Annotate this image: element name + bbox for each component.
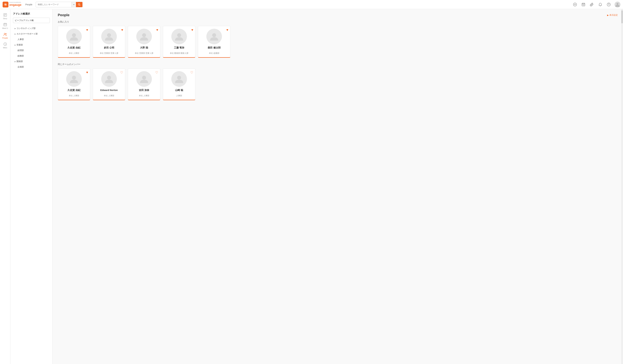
department-item[interactable]: 総務部 — [13, 53, 50, 59]
department-list: ▶コンサルティング部▶カスタマーサポート部人事部▶営業部経理部総務部▶開発部企画… — [13, 26, 50, 70]
person-card[interactable]: ♥ 大野 陸 本社 営業部 営業１課 — [128, 26, 160, 58]
heart-filled-icon: ♥ — [86, 70, 88, 74]
svg-text:My: My — [583, 4, 584, 6]
person-card[interactable]: ♡ 山崎 聡 人事部 — [163, 68, 195, 100]
scrollbar-thumb[interactable] — [621, 10, 623, 23]
top-navigation: DISCOVERIES engauge People M — [0, 0, 623, 9]
avatar-placeholder — [69, 32, 79, 41]
heart-empty-icon: ♡ — [155, 71, 158, 74]
favorite-button[interactable]: ♥ — [86, 70, 88, 74]
favorite-button[interactable]: ♡ — [190, 70, 193, 74]
svg-point-16 — [107, 33, 111, 37]
person-card[interactable]: ♥ 工藤 竜弥 本社 開発部 開発２課 — [163, 26, 195, 58]
address-book-select[interactable]: ピープルアドレス帳 — [13, 18, 50, 23]
favorite-button[interactable]: ♥ — [86, 28, 88, 32]
display-settings-button[interactable]: ▶ 表示設定 — [607, 14, 618, 17]
avatar-placeholder — [104, 32, 114, 41]
svg-rect-11 — [4, 23, 7, 26]
department-item[interactable]: ▶営業部 — [13, 42, 50, 48]
avatar-placeholder — [174, 32, 184, 41]
search-dropdown-button[interactable] — [71, 2, 76, 7]
person-card[interactable]: ♥ 柴田 健太郎 本社 総務部 — [198, 26, 230, 58]
person-card[interactable]: ♥ 多田 公明 本社 営業部 営業１課 — [93, 26, 125, 58]
svg-point-20 — [72, 76, 76, 80]
add-button[interactable] — [572, 2, 578, 7]
dept-name: カスタマーサポート部 — [17, 32, 38, 35]
avatar-placeholder — [69, 74, 79, 84]
svg-point-19 — [212, 33, 216, 37]
person-name: 久佐賀 由紀 — [67, 89, 80, 92]
dept-name: 営業部 — [17, 43, 23, 46]
department-item[interactable]: 経理部 — [13, 48, 50, 53]
heart-filled-icon: ♥ — [86, 28, 88, 32]
avatar-placeholder — [104, 74, 114, 84]
heart-empty-icon: ♡ — [120, 71, 123, 74]
favorites-grid: ♥ 久佐賀 由紀 本社 人事部 ♥ 多田 公明 本社 営業部 営業１課 ♥ — [58, 26, 618, 58]
person-name: 大野 陸 — [140, 46, 148, 49]
dept-name: 経理部 — [18, 49, 24, 52]
sidebar-item-meetu[interactable]: Meet U — [1, 21, 10, 30]
sidebar-item-people[interactable]: People — [1, 31, 10, 40]
avatar-circle — [136, 29, 152, 44]
heart-filled-icon: ♥ — [226, 28, 228, 32]
sidebar-item-miles[interactable]: Miles — [1, 41, 10, 50]
main-content: People ▶ 表示設定 お気に入り ♥ 久佐賀 由紀 本社 人事部 ♥ — [53, 9, 623, 364]
search-input[interactable] — [36, 3, 71, 6]
svg-point-18 — [177, 33, 181, 37]
search-bar — [36, 2, 83, 7]
avatar-circle — [101, 71, 117, 87]
favorite-button[interactable]: ♡ — [155, 70, 158, 74]
avatar-circle — [66, 29, 82, 44]
svg-point-7 — [609, 5, 609, 5]
search-button[interactable] — [76, 2, 82, 7]
team-section-title: 同じチームのメンバー — [58, 63, 618, 66]
avatar-circle — [66, 71, 82, 87]
svg-point-13 — [5, 33, 6, 34]
address-panel: アドレス帳選択 ピープルアドレス帳 ▶コンサルティング部▶カスタマーサポート部人… — [10, 9, 53, 364]
notification-button[interactable] — [598, 2, 603, 7]
paperclip-button[interactable] — [589, 2, 594, 7]
left-sidebar: Story Meet U People — [0, 9, 10, 364]
department-item[interactable]: 企画部 — [13, 64, 50, 70]
display-settings-chevron: ▶ — [607, 14, 609, 16]
favorite-button[interactable]: ♥ — [156, 28, 158, 32]
heart-filled-icon: ♥ — [156, 28, 158, 32]
department-item[interactable]: ▶カスタマーサポート部 — [13, 31, 50, 37]
address-title: アドレス帳選択 — [13, 12, 50, 15]
person-dept: 本社 開発部 開発２課 — [170, 50, 189, 55]
svg-point-23 — [177, 76, 181, 80]
sidebar-item-story[interactable]: Story — [1, 12, 10, 21]
person-dept: 本社 営業部 営業１課 — [135, 50, 154, 55]
user-avatar-button[interactable] — [615, 2, 621, 7]
sidebar-miles-label: Miles — [3, 47, 7, 49]
dept-name: 総務部 — [18, 54, 24, 57]
logo-area: DISCOVERIES engauge — [2, 2, 22, 7]
avatar-circle — [101, 29, 117, 44]
top-nav-right: My — [572, 2, 621, 7]
favorite-button[interactable]: ♥ — [121, 28, 123, 32]
person-dept: 本社 総務部 — [209, 50, 219, 55]
dept-chevron: ▶ — [15, 61, 16, 63]
department-item[interactable]: ▶コンサルティング部 — [13, 26, 50, 31]
svg-point-22 — [142, 76, 146, 80]
heart-filled-icon: ♥ — [191, 28, 193, 32]
avatar-placeholder — [139, 32, 149, 41]
person-card[interactable]: ♥ 久佐賀 由紀 本社 人事部 — [58, 26, 90, 58]
department-item[interactable]: ▶開発部 — [13, 59, 50, 64]
scrollbar[interactable] — [621, 9, 623, 364]
person-name: 久佐賀 由紀 — [67, 46, 80, 49]
person-card[interactable]: ♡ 吉田 加奈 本社 人事部 — [128, 68, 160, 100]
sidebar-meetu-label: Meet U — [2, 27, 8, 29]
favorite-button[interactable]: ♥ — [226, 28, 228, 32]
person-card[interactable]: ♡ Edward Norton 本社 人事部 — [93, 68, 125, 100]
avatar-circle — [136, 71, 152, 87]
svg-point-1 — [5, 4, 6, 5]
person-card[interactable]: ♥ 久佐賀 由紀 本社 人事部 — [58, 68, 90, 100]
favorite-button[interactable]: ♡ — [120, 70, 123, 74]
department-item[interactable]: 人事部 — [13, 37, 50, 42]
calendar-button[interactable]: My — [581, 2, 586, 7]
avatar-circle — [171, 71, 187, 87]
person-dept: 本社 人事部 — [139, 92, 149, 97]
favorite-button[interactable]: ♥ — [191, 28, 193, 32]
help-button[interactable] — [606, 2, 611, 7]
